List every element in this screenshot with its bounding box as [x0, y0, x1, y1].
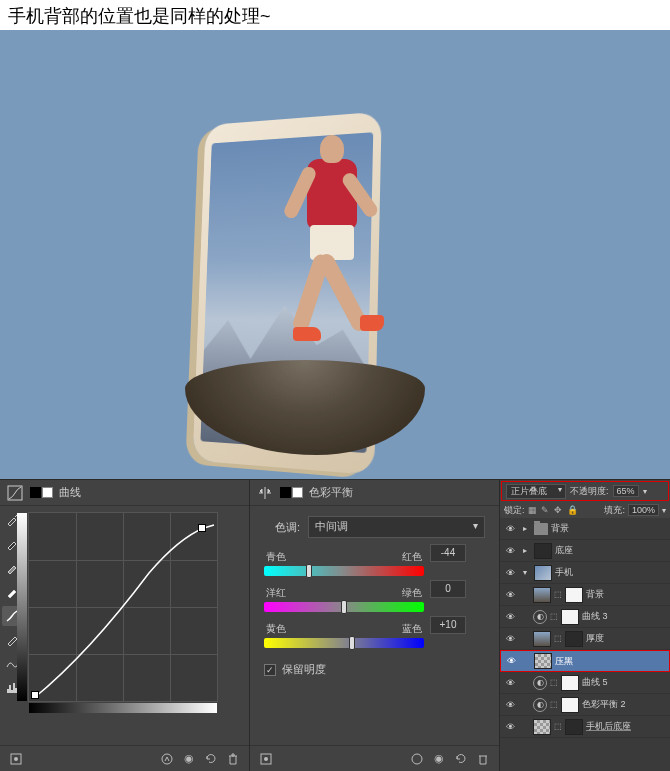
target-adjust-icon[interactable]: [258, 751, 274, 767]
slider-thumb[interactable]: [341, 600, 347, 614]
mask-link-icon[interactable]: ⬚: [554, 722, 562, 731]
visibility-toggle-icon[interactable]: 👁: [503, 546, 517, 556]
svg-point-2: [14, 757, 18, 761]
preserve-luminosity-checkbox[interactable]: ✓: [264, 664, 276, 676]
view-previous-icon[interactable]: ◉: [431, 751, 447, 767]
color-balance-header: 色彩平衡: [250, 480, 499, 506]
layer-row[interactable]: 👁压黑: [500, 650, 670, 672]
layer-row[interactable]: 👁◐⬚色彩平衡 2: [500, 694, 670, 716]
layer-name[interactable]: 背景: [551, 522, 667, 535]
lock-transparency-icon[interactable]: ▦: [528, 505, 538, 515]
layer-list[interactable]: 👁▸背景👁▸底座👁▾手机👁⬚背景👁◐⬚曲线 3👁⬚厚度👁压黑👁◐⬚曲线 5👁◐⬚…: [500, 518, 670, 771]
layer-row[interactable]: 👁⬚厚度: [500, 628, 670, 650]
slider-value-input[interactable]: +10: [430, 616, 466, 634]
expand-arrow-icon[interactable]: ▸: [523, 546, 531, 555]
mask-link-icon[interactable]: ⬚: [554, 634, 562, 643]
curve-point-highlight[interactable]: [198, 524, 206, 532]
layer-name[interactable]: 曲线 5: [582, 676, 667, 689]
layer-thumbnail[interactable]: [533, 719, 551, 735]
layer-row[interactable]: 👁◐⬚曲线 5: [500, 672, 670, 694]
mask-link-icon[interactable]: ⬚: [554, 590, 562, 599]
svg-point-5: [264, 757, 268, 761]
visibility-toggle-icon[interactable]: 👁: [503, 700, 517, 710]
visibility-toggle-icon[interactable]: 👁: [503, 524, 517, 534]
layer-name[interactable]: 手机: [555, 566, 667, 579]
curve-point-shadow[interactable]: [31, 691, 39, 699]
slider-value-input[interactable]: -44: [430, 544, 466, 562]
layer-thumbnail[interactable]: [533, 587, 551, 603]
lock-all-icon[interactable]: 🔒: [567, 505, 577, 515]
reset-icon[interactable]: [453, 751, 469, 767]
layer-row[interactable]: 👁◐⬚曲线 3: [500, 606, 670, 628]
layers-panel: 正片叠底 不透明度: 65% ▾ 锁定: ▦ ✎ ✥ 🔒 填充: 100% ▾ …: [500, 480, 670, 771]
layer-name[interactable]: 压黑: [555, 655, 666, 668]
layer-name[interactable]: 底座: [555, 544, 667, 557]
layer-thumbnail[interactable]: [534, 565, 552, 581]
color-slider[interactable]: [264, 566, 424, 576]
curve-line[interactable]: [29, 513, 219, 703]
mask-thumbnail[interactable]: [565, 719, 583, 735]
fill-value[interactable]: 100%: [628, 504, 659, 516]
mask-thumbnail[interactable]: [561, 697, 579, 713]
mask-thumbnail[interactable]: [565, 631, 583, 647]
layers-blend-row: 正片叠底 不透明度: 65% ▾: [501, 481, 669, 501]
trash-icon[interactable]: [475, 751, 491, 767]
mask-link-icon[interactable]: ⬚: [550, 678, 558, 687]
slider-thumb[interactable]: [306, 564, 312, 578]
fill-dropdown-icon[interactable]: ▾: [662, 506, 666, 515]
color-balance-body: 色调: 中间调 青色红色 -44 洋红绿色 0 黄色蓝色 +10: [250, 506, 499, 745]
svg-point-6: [412, 754, 422, 764]
lock-pixels-icon[interactable]: ✎: [541, 505, 551, 515]
visibility-toggle-icon[interactable]: 👁: [503, 722, 517, 732]
mask-thumbnail[interactable]: [561, 675, 579, 691]
mask-link-icon[interactable]: ⬚: [550, 612, 558, 621]
opacity-value[interactable]: 65%: [613, 485, 639, 497]
color-slider[interactable]: [264, 638, 424, 648]
clip-to-layer-icon[interactable]: [409, 751, 425, 767]
tone-select[interactable]: 中间调: [308, 516, 485, 538]
layer-row[interactable]: 👁▸背景: [500, 518, 670, 540]
trash-icon[interactable]: [225, 751, 241, 767]
visibility-toggle-icon[interactable]: 👁: [504, 656, 518, 666]
mask-thumbnail[interactable]: [565, 587, 583, 603]
curve-graph[interactable]: [28, 512, 218, 702]
layer-row[interactable]: 👁⬚手机后底座: [500, 716, 670, 738]
layer-thumbnail[interactable]: [533, 631, 551, 647]
curves-header: 曲线: [0, 480, 249, 506]
reset-icon[interactable]: [203, 751, 219, 767]
blend-mode-select[interactable]: 正片叠底: [506, 484, 566, 499]
visibility-toggle-icon[interactable]: 👁: [503, 612, 517, 622]
layer-row[interactable]: 👁⬚背景: [500, 584, 670, 606]
color-slider[interactable]: [264, 602, 424, 612]
svg-point-3: [162, 754, 172, 764]
mask-link-icon[interactable]: ⬚: [550, 700, 558, 709]
color-balance-panel: 色彩平衡 色调: 中间调 青色红色 -44 洋红绿色 0 黄色蓝色: [250, 480, 500, 771]
slider-value-input[interactable]: 0: [430, 580, 466, 598]
opacity-dropdown-icon[interactable]: ▾: [643, 487, 647, 496]
expand-arrow-icon[interactable]: ▸: [523, 524, 531, 533]
view-previous-icon[interactable]: ◉: [181, 751, 197, 767]
layer-row[interactable]: 👁▾手机: [500, 562, 670, 584]
visibility-toggle-icon[interactable]: 👁: [503, 678, 517, 688]
clip-to-layer-icon[interactable]: [159, 751, 175, 767]
mask-indicator: [30, 487, 53, 498]
lock-position-icon[interactable]: ✥: [554, 505, 564, 515]
expand-arrow-icon[interactable]: ▾: [523, 568, 531, 577]
layer-row[interactable]: 👁▸底座: [500, 540, 670, 562]
layer-name[interactable]: 背景: [586, 588, 667, 601]
layer-thumbnail[interactable]: [534, 653, 552, 669]
layer-thumbnail[interactable]: [534, 543, 552, 559]
properties-panels: 曲线: [0, 479, 670, 771]
visibility-toggle-icon[interactable]: 👁: [503, 634, 517, 644]
layer-name[interactable]: 色彩平衡 2: [582, 698, 667, 711]
target-adjust-icon[interactable]: [8, 751, 24, 767]
layer-name[interactable]: 手机后底座: [586, 720, 667, 733]
color-balance-title: 色彩平衡: [309, 485, 353, 500]
layer-name[interactable]: 曲线 3: [582, 610, 667, 623]
visibility-toggle-icon[interactable]: 👁: [503, 568, 517, 578]
slider-thumb[interactable]: [349, 636, 355, 650]
visibility-toggle-icon[interactable]: 👁: [503, 590, 517, 600]
layers-lock-row: 锁定: ▦ ✎ ✥ 🔒 填充: 100% ▾: [500, 502, 670, 518]
mask-thumbnail[interactable]: [561, 609, 579, 625]
layer-name[interactable]: 厚度: [586, 632, 667, 645]
